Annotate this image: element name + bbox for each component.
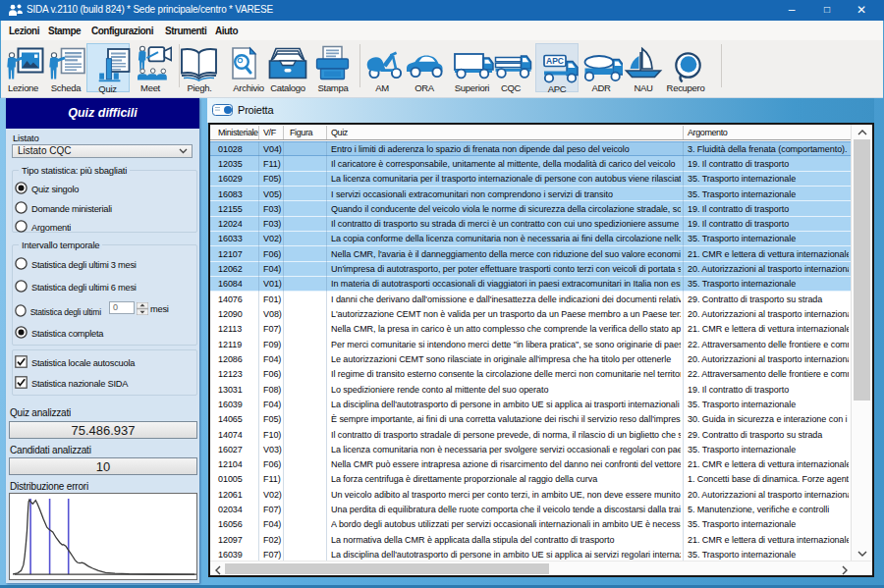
svg-text:APC: APC: [546, 56, 564, 66]
